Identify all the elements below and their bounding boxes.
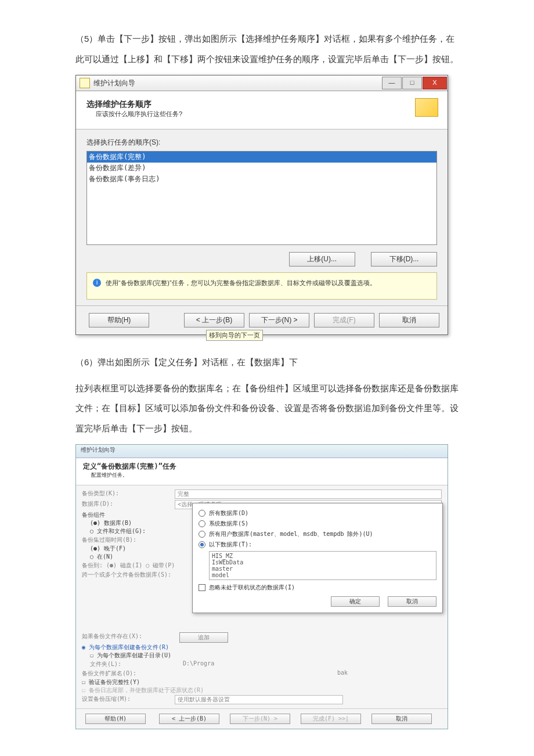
ignore-offline-check[interactable]: 忽略未处于联机状态的数据库(I) — [209, 584, 295, 591]
radio-icon[interactable] — [199, 541, 205, 548]
wizard-icon — [80, 78, 90, 88]
header-title: 定义“备份数据库(完整)”任务 — [83, 462, 441, 471]
database-select-popup: 所有数据库(D) 系统数据库(S) 所有用户数据库(master、model、m… — [192, 503, 443, 613]
dialog-header: 定义“备份数据库(完整)”任务 配置维护任务。 — [76, 458, 448, 485]
move-down-button[interactable]: 下移(D)... — [371, 252, 437, 267]
dialog-define-task: 维护计划向导 定义“备份数据库(完整)”任务 配置维护任务。 备份类型(K):完… — [75, 444, 448, 729]
perdb-file-radio[interactable]: ◉ 为每个数据库创建备份文件(R) — [82, 643, 442, 651]
dialog-task-order: 维护计划向导 — □ X 选择维护任务顺序 应该按什么顺序执行这些任务? 选择执… — [75, 75, 448, 335]
opt-all-db[interactable]: 所有数据库(D) — [209, 510, 248, 516]
list-item[interactable]: 备份数据库(差异) — [87, 163, 436, 174]
popup-ok-button[interactable]: 确定 — [331, 596, 380, 607]
backup-type-value: 完整 — [175, 489, 442, 499]
header-icon — [415, 98, 438, 117]
ifexist-value[interactable]: 追加 — [179, 632, 228, 643]
dialog-header: 选择维护任务顺序 应该按什么顺序执行这些任务? — [76, 91, 448, 129]
ext-label: 备份文件扩展名(O): — [82, 669, 175, 678]
close-button[interactable]: X — [423, 77, 447, 89]
db-item[interactable]: IsWEbData — [212, 559, 434, 566]
next-button[interactable]: 下一步(N) > — [249, 313, 309, 327]
verify-check[interactable]: ☐ 验证备份完整性(Y) — [82, 678, 442, 686]
cancel-button[interactable]: 取消 — [379, 313, 439, 327]
titlebar: 维护计划向导 — □ X — [76, 75, 448, 91]
tail-check: ☐ 备份日志尾部，并使数据库处于还原状态(R) — [82, 686, 442, 694]
list-item[interactable]: 备份数据库(完整) — [87, 152, 436, 163]
header-subtitle: 应该按什么顺序执行这些任务? — [96, 110, 437, 118]
compress-label: 设置备份压缩(M): — [82, 695, 175, 704]
back-button[interactable]: < 上一步(B) — [184, 313, 244, 327]
opt-these-db[interactable]: 以下数据库(T): — [209, 541, 252, 548]
expire-check[interactable]: 备份集过期时间(B): — [82, 536, 136, 544]
task-listbox[interactable]: 备份数据库(完整) 备份数据库(差异) 备份数据库(事务日志) — [86, 151, 437, 245]
checkbox-icon[interactable] — [199, 584, 205, 591]
db-item[interactable]: HIS_MZ — [212, 553, 434, 559]
minimize-button[interactable]: — — [382, 77, 402, 89]
ext-value[interactable]: bak — [337, 669, 348, 678]
radio-icon[interactable] — [199, 510, 205, 517]
db-item[interactable]: model — [212, 572, 434, 578]
next-tooltip: 移到向导的下一页 — [206, 330, 263, 341]
popup-cancel-button[interactable]: 取消 — [388, 596, 436, 607]
move-up-button[interactable]: 上移(U)... — [289, 252, 355, 267]
description-text: 使用“备份数据库(完整)”任务，您可以为完整备份指定源数据库、目标文件或磁带以及… — [106, 279, 376, 287]
back-button[interactable]: < 上一步(B) — [159, 714, 219, 724]
paragraph-5: （5）单击【下一步】按钮，弹出如图所示【选择维护任务顺序】对话框，如果有多个维护… — [75, 29, 459, 69]
paragraph-6b: 拉列表框里可以选择要备份的数据库名；在【备份组件】区域里可以选择备份数据库还是备… — [75, 379, 459, 439]
window-title: 维护计划向导 — [93, 78, 382, 88]
opt-user-db[interactable]: 所有用户数据库(master、model、msdb、tempdb 除外)(U) — [209, 531, 373, 537]
task-description: i 使用“备份数据库(完整)”任务，您可以为完整备份指定源数据库、目标文件或磁带… — [86, 272, 437, 300]
paragraph-6a: （6）弹出如图所示【定义任务】对话框，在【数据库】下 — [75, 352, 459, 373]
backup-type-label: 备份类型(K): — [82, 489, 175, 499]
folder-label: 文件夹(L): — [90, 660, 183, 668]
perdb-dir-check[interactable]: ☐ 为每个数据库创建子目录(U) — [90, 651, 442, 660]
info-icon: i — [93, 279, 101, 287]
header-title: 选择维护任务顺序 — [86, 99, 437, 110]
dialog-footer: 帮助(H) < 上一步(B) 下一步(N) > 完成(F) >>| 取消 — [76, 708, 448, 729]
maximize-button[interactable]: □ — [402, 77, 422, 89]
order-label: 选择执行任务的顺序(S): — [86, 138, 437, 147]
opt-sys-db[interactable]: 系统数据库(S) — [209, 520, 248, 527]
db-item[interactable]: master — [212, 566, 434, 572]
radio-icon[interactable] — [199, 531, 205, 538]
backup-to-label: 备份到: (●) 磁盘(I) ○ 磁带(P) — [82, 561, 175, 570]
window-title: 维护计划向导 — [76, 445, 448, 458]
finish-button: 完成(F) — [314, 313, 374, 327]
database-checklist[interactable]: HIS_MZ IsWEbData master model — [209, 551, 436, 580]
help-button[interactable]: 帮助(H) — [89, 313, 149, 327]
folder-value[interactable]: D:\Progra — [183, 660, 214, 668]
compress-dropdown[interactable]: 使用默认服务器设置 — [175, 695, 343, 704]
list-item[interactable]: 备份数据库(事务日志) — [87, 174, 436, 185]
ifexist-label: 如果备份文件存在(X): — [82, 632, 175, 643]
database-label: 数据库(D): — [82, 500, 175, 509]
next-button: 下一步(N) > — [230, 714, 290, 724]
help-button[interactable]: 帮助(H) — [85, 714, 146, 724]
finish-button: 完成(F) >>| — [301, 714, 361, 724]
header-subtitle: 配置维护任务。 — [91, 471, 441, 479]
cancel-button[interactable]: 取消 — [371, 714, 432, 724]
radio-icon[interactable] — [199, 520, 205, 527]
across-files-radio[interactable]: 跨一个或多个文件备份数据库(S): — [82, 571, 171, 579]
